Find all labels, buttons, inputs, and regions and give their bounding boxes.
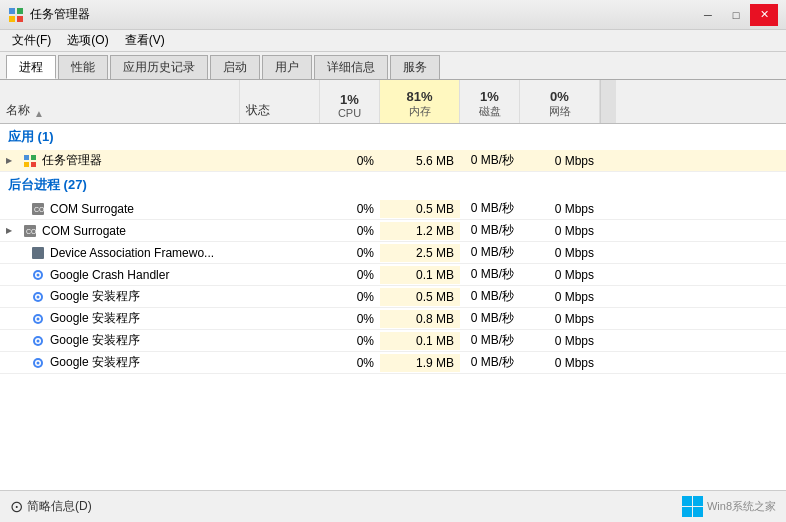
process-icon — [30, 245, 46, 261]
table-row[interactable]: ▶任务管理器0%5.6 MB0 MB/秒0 Mbps — [0, 150, 786, 172]
process-icon — [22, 153, 38, 169]
table-row[interactable]: ▶COCOM Surrogate0%1.2 MB0 MB/秒0 Mbps — [0, 220, 786, 242]
watermark-text: Win8系统之家 — [707, 499, 776, 514]
close-button[interactable]: ✕ — [750, 4, 778, 26]
svg-rect-0 — [9, 8, 15, 14]
process-cpu: 0% — [320, 222, 380, 240]
process-name-cell: ▶COCOM Surrogate — [0, 221, 240, 241]
process-disk: 0 MB/秒 — [460, 286, 520, 307]
maximize-button[interactable]: □ — [722, 4, 750, 26]
process-disk: 0 MB/秒 — [460, 308, 520, 329]
table-row[interactable]: Device Association Framewo...0%2.5 MB0 M… — [0, 242, 786, 264]
column-headers: 名称 ▲ 状态 1% CPU 81% 内存 1% 磁盘 0% 网络 — [0, 80, 786, 124]
main-content: 名称 ▲ 状态 1% CPU 81% 内存 1% 磁盘 0% 网络 应用 (1)… — [0, 80, 786, 490]
process-network: 0 Mbps — [520, 310, 600, 328]
process-name-cell: Google 安装程序 — [0, 330, 240, 351]
table-row[interactable]: COCOM Surrogate0%0.5 MB0 MB/秒0 Mbps — [0, 198, 786, 220]
process-name-cell: Google 安装程序 — [0, 352, 240, 373]
svg-point-18 — [37, 295, 40, 298]
process-name-cell: ▶任务管理器 — [0, 150, 240, 171]
process-name-cell: COCOM Surrogate — [0, 199, 240, 219]
col-header-network: 0% 网络 — [520, 80, 600, 123]
table-row[interactable]: Google 安装程序0%0.5 MB0 MB/秒0 Mbps — [0, 286, 786, 308]
expand-arrow-icon[interactable]: ▶ — [6, 156, 18, 165]
process-disk: 0 MB/秒 — [460, 242, 520, 263]
win-tile-2 — [693, 496, 703, 506]
process-status — [240, 229, 320, 233]
svg-point-24 — [37, 339, 40, 342]
process-disk: 0 MB/秒 — [460, 150, 520, 171]
titlebar-controls: ─ □ ✕ — [694, 4, 778, 26]
process-memory: 0.8 MB — [380, 310, 460, 328]
process-status — [240, 207, 320, 211]
tab-app-history[interactable]: 应用历史记录 — [110, 55, 208, 79]
tab-services[interactable]: 服务 — [390, 55, 440, 79]
minimize-button[interactable]: ─ — [694, 4, 722, 26]
menu-file[interactable]: 文件(F) — [4, 30, 59, 51]
process-icon — [30, 267, 46, 283]
process-cpu: 0% — [320, 266, 380, 284]
table-row[interactable]: Google Crash Handler0%0.1 MB0 MB/秒0 Mbps — [0, 264, 786, 286]
process-cpu: 0% — [320, 200, 380, 218]
process-network: 0 Mbps — [520, 332, 600, 350]
tab-users[interactable]: 用户 — [262, 55, 312, 79]
chevron-up-icon: ⊙ — [10, 497, 23, 516]
process-status — [240, 273, 320, 277]
process-status — [240, 159, 320, 163]
table-row[interactable]: Google 安装程序0%0.8 MB0 MB/秒0 Mbps — [0, 308, 786, 330]
process-memory: 0.1 MB — [380, 332, 460, 350]
process-name: Google 安装程序 — [50, 332, 140, 349]
process-disk: 0 MB/秒 — [460, 352, 520, 373]
col-header-cpu: 1% CPU — [320, 80, 380, 123]
process-name: Google Crash Handler — [50, 268, 169, 282]
tab-startup[interactable]: 启动 — [210, 55, 260, 79]
process-cpu: 0% — [320, 244, 380, 262]
tab-performance[interactable]: 性能 — [58, 55, 108, 79]
process-icon — [30, 311, 46, 327]
process-disk: 0 MB/秒 — [460, 198, 520, 219]
process-network: 0 Mbps — [520, 288, 600, 306]
table-row[interactable]: Google 安装程序0%0.1 MB0 MB/秒0 Mbps — [0, 330, 786, 352]
col-header-name: 名称 ▲ — [0, 80, 240, 123]
summary-button[interactable]: ⊙ 简略信息(D) — [10, 497, 92, 516]
titlebar: 任务管理器 ─ □ ✕ — [0, 0, 786, 30]
process-memory: 1.9 MB — [380, 354, 460, 372]
win-tile-3 — [682, 507, 692, 517]
expand-arrow-icon[interactable]: ▶ — [6, 226, 18, 235]
menu-options[interactable]: 选项(O) — [59, 30, 116, 51]
process-name: COM Surrogate — [42, 224, 126, 238]
svg-rect-7 — [31, 162, 36, 167]
table-row[interactable]: Google 安装程序0%1.9 MB0 MB/秒0 Mbps — [0, 352, 786, 374]
svg-rect-5 — [31, 155, 36, 160]
menu-view[interactable]: 查看(V) — [117, 30, 173, 51]
process-name: Google 安装程序 — [50, 310, 140, 327]
process-name: 任务管理器 — [42, 152, 102, 169]
process-cpu: 0% — [320, 354, 380, 372]
process-status — [240, 251, 320, 255]
process-name: Google 安装程序 — [50, 354, 140, 371]
process-icon — [30, 289, 46, 305]
process-cpu: 0% — [320, 332, 380, 350]
svg-rect-2 — [9, 16, 15, 22]
svg-point-15 — [37, 273, 40, 276]
section-header: 应用 (1) — [0, 124, 786, 150]
process-memory: 0.1 MB — [380, 266, 460, 284]
tab-details[interactable]: 详细信息 — [314, 55, 388, 79]
windows-icon — [682, 496, 703, 517]
process-disk: 0 MB/秒 — [460, 264, 520, 285]
process-memory: 1.2 MB — [380, 222, 460, 240]
svg-text:CO: CO — [34, 206, 45, 213]
process-memory: 5.6 MB — [380, 152, 460, 170]
tab-processes[interactable]: 进程 — [6, 55, 56, 79]
svg-rect-6 — [24, 162, 29, 167]
process-name-cell: Google 安装程序 — [0, 286, 240, 307]
process-network: 0 Mbps — [520, 222, 600, 240]
process-list[interactable]: 应用 (1)▶任务管理器0%5.6 MB0 MB/秒0 Mbps后台进程 (27… — [0, 124, 786, 490]
win-tile-1 — [682, 496, 692, 506]
svg-rect-3 — [17, 16, 23, 22]
process-network: 0 Mbps — [520, 266, 600, 284]
process-network: 0 Mbps — [520, 244, 600, 262]
process-network: 0 Mbps — [520, 200, 600, 218]
svg-rect-4 — [24, 155, 29, 160]
col-header-disk: 1% 磁盘 — [460, 80, 520, 123]
